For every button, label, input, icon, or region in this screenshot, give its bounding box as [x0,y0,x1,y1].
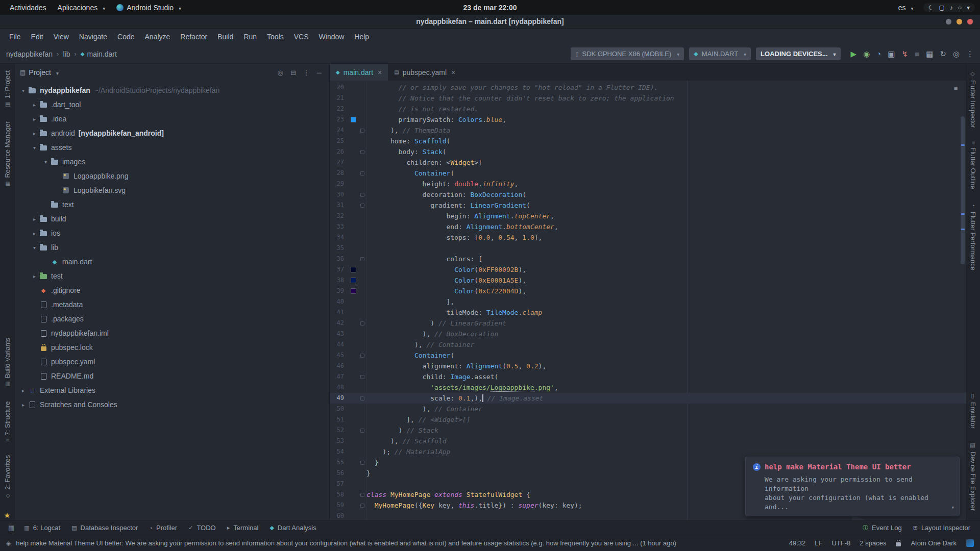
code-text[interactable]: ), // Scaffold [366,436,447,446]
more-actions-button[interactable]: ⋮ [966,50,974,58]
project-view-selector[interactable]: Project [29,68,51,77]
code-line-32[interactable]: 32 begin: Alignment.topCenter, [330,211,966,221]
code-line-40[interactable]: 40 ], [330,296,966,307]
chevron-down-icon[interactable]: ▾ [967,4,970,11]
code-text[interactable]: Container( [366,168,454,179]
menu-run[interactable]: Run [238,30,262,43]
expand-arrow-icon[interactable]: ▸ [19,402,28,408]
line-number[interactable]: 45 [330,350,348,361]
code-text[interactable]: height: double.infinity, [366,179,518,189]
code-line-47[interactable]: 47 child: Image.asset( [330,371,966,382]
code-line-46[interactable]: 46 alignment: Alignment(0.5, 0.2), [330,361,966,371]
lock-icon[interactable] [896,542,901,546]
line-number[interactable]: 38 [330,275,348,286]
tool-stripe-emulator[interactable]: ▯Emulator [969,388,977,433]
code-text[interactable]: home: Scaffold( [366,136,450,146]
line-number[interactable]: 56 [330,468,348,479]
tree-item-idea[interactable]: ▸.idea [15,112,329,126]
line-number[interactable]: 44 [330,339,348,350]
sync-button[interactable]: ↻ [940,50,946,58]
expand-arrow-icon[interactable]: ▸ [30,273,39,279]
code-text[interactable]: ), // Container [366,404,482,414]
code-line-25[interactable]: 25 home: Scaffold( [330,136,966,146]
line-number[interactable]: 55 [330,457,348,468]
tool-stripe-flutter-inspector[interactable]: ◇Flutter Inspector [969,66,977,133]
line-number[interactable]: 53 [330,436,348,446]
code-text[interactable]: gradient: LinearGradient( [366,200,530,211]
editor-tab-main-dart[interactable]: ◆main.dart× [330,64,388,81]
tool-window-button-todo[interactable]: ✓TODO [183,521,222,535]
menu-edit[interactable]: Edit [26,30,48,43]
line-number[interactable]: 30 [330,189,348,200]
tree-item-images[interactable]: ▾images [15,155,329,169]
fold-marker-icon[interactable] [358,200,366,211]
scrollbar-thumb[interactable] [961,116,965,264]
tool-stripe-1-project[interactable]: ▤1: Project [4,66,11,113]
code-text[interactable]: // or simply save your changes to "hot r… [366,82,658,93]
expand-arrow-icon[interactable]: ▸ [19,388,28,393]
line-number[interactable]: 27 [330,157,348,168]
menu-window[interactable]: Window [314,30,350,43]
tool-stripe-2-favorites[interactable]: ◇2: Favorites [4,450,11,504]
tree-item-metadata[interactable]: .metadata [15,297,329,312]
line-number[interactable]: 36 [330,254,348,264]
expand-arrow-icon[interactable]: ▾ [30,145,39,151]
code-line-44[interactable]: 44 ), // Container [330,339,966,350]
line-number[interactable]: 41 [330,307,348,318]
volume-icon[interactable]: ♪ [950,4,953,11]
code-line-20[interactable]: 20 // or simply save your changes to "ho… [330,82,966,93]
tree-item-main-dart[interactable]: ◆main.dart [15,255,329,269]
line-number[interactable]: 37 [330,264,348,275]
debug-button[interactable]: ◉ [863,50,870,58]
line-number[interactable]: 49 [330,393,348,404]
line-number[interactable]: 46 [330,361,348,371]
code-text[interactable]: begin: Alignment.topCenter, [366,211,554,221]
code-line-23[interactable]: 23 primarySwatch: Colors.blue, [330,114,966,125]
code-line-28[interactable]: 28 Container( [330,168,966,179]
code-line-48[interactable]: 48 'assets/images/Logoappbike.png', [330,382,966,393]
coverage-button[interactable]: ▣ [888,50,895,58]
error-stripe-mark[interactable] [961,229,965,230]
fold-marker-icon[interactable] [358,371,366,382]
expand-arrow-icon[interactable]: ▾ [30,245,39,251]
indent-config[interactable]: 2 spaces [855,539,891,547]
window-title-bar[interactable]: nydappbikefan – main.dart [nydappbikefan… [0,15,980,29]
line-number[interactable]: 60 [330,511,348,520]
menu-analyze[interactable]: Analyze [140,30,176,43]
code-line-31[interactable]: 31 gradient: LinearGradient( [330,200,966,211]
code-text[interactable]: end: Alignment.bottomCenter, [366,221,558,232]
color-swatch[interactable] [348,286,358,296]
line-number[interactable]: 31 [330,200,348,211]
panel-options-button[interactable]: ⋮ [301,68,312,78]
menu-build[interactable]: Build [212,30,238,43]
line-number[interactable]: 21 [330,93,348,104]
tree-item-pubspec-lock[interactable]: pubspec.lock [15,340,329,355]
code-line-30[interactable]: 30 decoration: BoxDecoration( [330,189,966,200]
tree-item-pubspec-yaml[interactable]: pubspec.yaml [15,355,329,369]
code-text[interactable]: children: <Widget>[ [366,157,482,168]
night-light-icon[interactable]: ☾ [928,4,934,11]
line-number[interactable]: 33 [330,221,348,232]
tool-stripe-device-file-explorer[interactable]: ▤Device File Explorer [969,437,977,515]
code-text[interactable]: class MyHomePage extends StatefulWidget … [366,489,530,500]
code-line-39[interactable]: 39 Color(0xC722004D), [330,286,966,296]
code-text[interactable]: ) // Stack [366,425,438,436]
code-line-34[interactable]: 34 stops: [0.0, 0.54, 1.0], [330,232,966,243]
line-number[interactable]: 47 [330,371,348,382]
tool-window-button-event-log[interactable]: ⓘEvent Log [857,524,908,532]
fold-marker-icon[interactable] [358,500,366,511]
tree-item-ios[interactable]: ▸ios [15,226,329,240]
fold-marker-icon[interactable] [358,489,366,500]
clock[interactable]: 23 de mar 22:00 [463,4,517,12]
line-number[interactable]: 28 [330,168,348,179]
applications-menu[interactable]: Aplicaciones [53,2,110,13]
run-button[interactable]: ▶ [851,50,857,58]
code-text[interactable]: ), // ThemeData [366,125,450,136]
code-line-24[interactable]: 24 ), // ThemeData [330,125,966,136]
fold-marker-icon[interactable] [358,168,366,179]
code-editor[interactable]: 20 // or simply save your changes to "ho… [330,81,966,520]
line-separator[interactable]: LF [810,539,827,547]
menu-tools[interactable]: Tools [262,30,289,43]
fold-marker-icon[interactable] [358,425,366,436]
expand-arrow-icon[interactable]: ▸ [30,102,39,108]
